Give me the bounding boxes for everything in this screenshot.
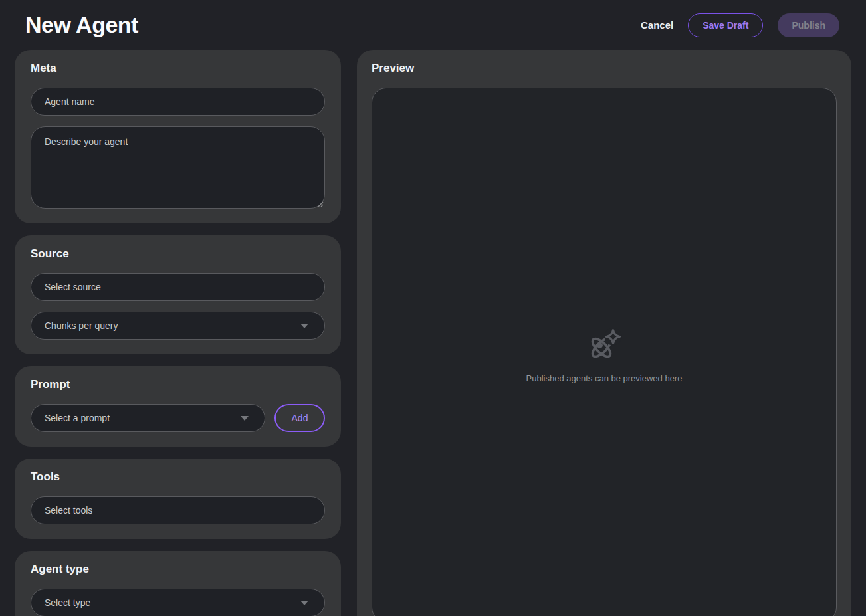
topbar: New Agent Cancel Save Draft Publish (0, 0, 866, 50)
chevron-down-icon (300, 324, 308, 328)
select-source-input[interactable] (31, 273, 325, 301)
atom-sparkle-icon (585, 327, 623, 365)
prompt-card: Prompt Select a prompt Add (15, 366, 341, 447)
chevron-down-icon (300, 601, 308, 605)
source-card: Source Chunks per query (15, 235, 341, 354)
preview-card-title: Preview (372, 62, 837, 75)
topbar-actions: Cancel Save Draft Publish (641, 13, 839, 37)
select-tools-field-wrap (31, 496, 325, 524)
preview-card: Preview Published agents can be previewe… (357, 50, 851, 616)
agent-name-input[interactable] (31, 88, 325, 116)
select-prompt-label: Select a prompt (45, 413, 110, 423)
chunks-per-query-label: Chunks per query (45, 320, 118, 331)
select-source-field-wrap (31, 273, 325, 301)
select-type-label: Select type (45, 597, 90, 608)
agent-type-card-title: Agent type (31, 563, 325, 576)
select-prompt-select[interactable]: Select a prompt (31, 404, 265, 432)
select-type-select[interactable]: Select type (31, 589, 325, 616)
chevron-down-icon (241, 416, 249, 421)
source-card-title: Source (31, 247, 325, 260)
prompt-row: Select a prompt Add (31, 404, 325, 432)
tools-card-title: Tools (31, 470, 325, 484)
agent-type-card: Agent type Select type (15, 551, 341, 616)
agent-description-textarea[interactable] (31, 126, 325, 209)
preview-empty-text: Published agents can be previewed here (526, 373, 683, 383)
select-tools-input[interactable] (31, 496, 325, 524)
save-draft-button[interactable]: Save Draft (688, 13, 763, 37)
tools-card: Tools (15, 459, 341, 539)
preview-panel: Published agents can be previewed here (372, 88, 837, 616)
main-content: Meta Source Chunks per query (0, 50, 866, 616)
prompt-card-title: Prompt (31, 378, 325, 391)
agent-name-field-wrap (31, 88, 325, 116)
add-prompt-button[interactable]: Add (274, 404, 325, 432)
form-column: Meta Source Chunks per query (15, 50, 341, 616)
publish-button[interactable]: Publish (778, 13, 839, 37)
meta-card: Meta (15, 50, 341, 223)
agent-description-field-wrap (31, 126, 325, 209)
meta-card-title: Meta (31, 62, 325, 75)
page-title: New Agent (25, 12, 138, 38)
cancel-button[interactable]: Cancel (641, 19, 673, 31)
chunks-per-query-select[interactable]: Chunks per query (31, 312, 325, 340)
